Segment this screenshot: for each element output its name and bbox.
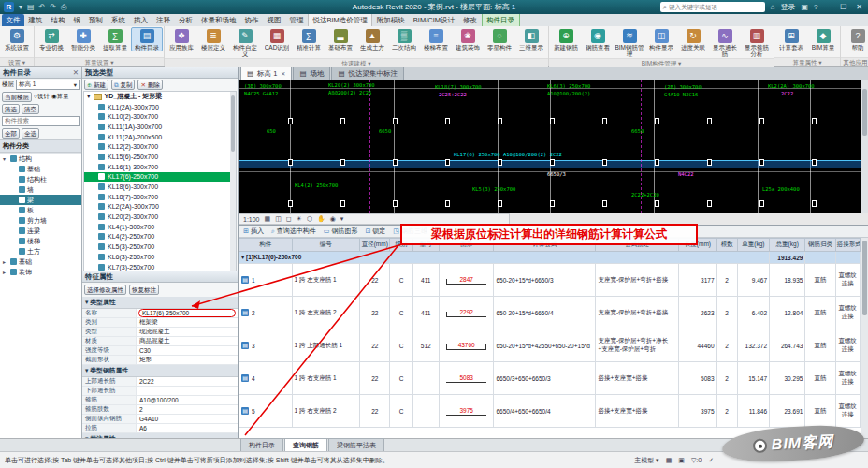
docked-tab-构件目录[interactable]: 构件目录 [240, 438, 283, 451]
tree-expand-icon[interactable]: ▸ [3, 269, 8, 275]
ribbon-tab-钢[interactable]: 钢 [69, 14, 85, 26]
apps-store-icon[interactable]: ▣ [801, 3, 808, 11]
property-section-类型钢筋属性[interactable]: ▾ 类型钢筋属性 [82, 365, 238, 377]
undo-icon[interactable]: ↶ [39, 3, 46, 11]
ribbon-tab-结构[interactable]: 结构 [47, 14, 69, 26]
view-tab-场地[interactable]: ▤场地 [293, 66, 330, 80]
table-row[interactable]: ▤11 跨 左支座筋 122C4112847650-20+15*d+6650/3… [239, 264, 861, 297]
table-row[interactable]: ▤51 跨 右支座筋 222C39756650/4+650+6650/4搭接+支… [239, 395, 861, 428]
ribbon-tool-钢筋查看[interactable]: ◉钢筋查看 [582, 27, 614, 51]
tree-item-结构[interactable]: ▾结构 [0, 154, 81, 164]
menu-arrow-icon[interactable]: ▾ [19, 3, 22, 11]
ribbon-tab-悦达BIM造价管理[interactable]: 悦达BIM造价管理 [308, 13, 372, 26]
ribbon-tab-修改[interactable]: 修改 [459, 14, 482, 26]
type-item-KL18(6)-300x700[interactable]: KL18(6)-300x700 [84, 182, 236, 192]
type-item-KL2(2A)-300x700[interactable]: KL2(2A)-300x700 [84, 202, 236, 212]
ribbon-tool-显示通长筋[interactable]: ∿显示通长筋 [709, 27, 741, 58]
group-row-label[interactable]: ▾ [1]KL17(6)-250x700 [239, 252, 770, 264]
view-control-icon[interactable]: ◻ [286, 215, 292, 223]
tree-item-基础[interactable]: ▸基础 [0, 256, 81, 267]
help-icon[interactable]: ? [814, 3, 817, 11]
table-row[interactable]: ▤21 跨 左支座筋 222C4112292650-20+15*d+6650/4… [239, 297, 861, 329]
ribbon-tab-BIM/CIM设计[interactable]: BIM/CIM设计 [409, 14, 458, 26]
type-item-KL10(2)-300x700[interactable]: KL10(2)-300x700 [84, 111, 236, 122]
ribbon-tab-管理[interactable]: 管理 [285, 14, 308, 26]
view-control-icon[interactable]: ▦ [265, 215, 271, 223]
tree-item-连梁[interactable]: 连梁 [0, 226, 81, 236]
design-radio[interactable]: ○设计 [34, 93, 50, 101]
ribbon-tab-分析[interactable]: 分析 [175, 14, 197, 26]
view-control-icon[interactable]: ☀ [297, 215, 302, 223]
signin-link[interactable]: 登录 [780, 2, 795, 12]
maximize-button[interactable]: ☐ [838, 3, 848, 11]
view-control-icon[interactable]: ⬡ [307, 215, 312, 223]
print-icon[interactable]: ⎙ [61, 3, 66, 12]
type-item-KL15(6)-250x700[interactable]: KL15(6)-250x700 [84, 152, 236, 162]
type-item-KL7(3)-250x700[interactable]: KL7(3)-250x700 [84, 262, 236, 271]
panel-close-icon[interactable]: ✕ [73, 68, 79, 77]
type-item-KL12(2)-300x700[interactable]: KL12(2)-300x700 [84, 141, 236, 152]
help-search-box[interactable]: ⌕ [660, 2, 765, 12]
column-header-钢筋归类[interactable]: 钢筋归类 [805, 239, 835, 252]
property-value-类型[interactable]: 现浇混凝土 [137, 328, 238, 336]
property-value-名称[interactable]: KL17(6)-250x700 [138, 309, 236, 317]
quantity-radio[interactable]: ◉算量 [51, 93, 69, 101]
ribbon-tool-提取算量[interactable]: ∑提取算量 [99, 27, 131, 51]
group-row[interactable]: ▾ [1]KL17(6)-250x7001913.429 [239, 252, 861, 264]
type-item-KL4(2)-250x700[interactable]: KL4(2)-250x700 [84, 232, 236, 242]
ribbon-tab-构件目录[interactable]: 构件目录 [482, 13, 520, 26]
type-item-KL1(2A)-300x700[interactable]: KL1(2A)-300x700 [84, 102, 236, 112]
docked-tab-梁钢筋平法表[interactable]: 梁钢筋平法表 [328, 438, 384, 451]
type-list-scrollbar[interactable] [230, 92, 236, 271]
ribbon-tool-建筑装饰[interactable]: ❀建筑装饰 [452, 27, 484, 51]
ribbon-tool-CAD识别[interactable]: ▦CAD识别 [261, 27, 293, 51]
ribbon-tab-预制[interactable]: 预制 [85, 14, 108, 26]
ribbon-tool-楼层定义[interactable]: ≣楼层定义 [197, 27, 229, 51]
view-tab-悦达梁集中标注[interactable]: ▤悦达梁集中标注 [331, 66, 404, 80]
type-item-KL5(3)-250x700[interactable]: KL5(3)-250x700 [84, 241, 236, 252]
property-value-箍筋[interactable]: A10@100/200 [137, 397, 238, 403]
ribbon-group-label[interactable]: 算量属性 ▾ [774, 57, 840, 66]
tree-item-梁[interactable]: 梁 [0, 195, 81, 205]
column-header-直径(mm)[interactable]: 直径(mm) [360, 239, 390, 252]
tree-item-楼梯[interactable]: 楼梯 [0, 236, 81, 246]
modify-properties-button[interactable]: 选择修改属性 [84, 285, 126, 295]
all-button[interactable]: 全部 [2, 128, 20, 139]
ribbon-tool-应用族库[interactable]: ❖应用族库 [166, 27, 197, 51]
property-value-拉筋[interactable]: A6 [137, 425, 238, 431]
view-control-icon[interactable]: ▾ [340, 215, 344, 223]
ribbon-tool-零星构件[interactable]: ◌零星构件 [484, 27, 515, 51]
ribbon-tab-系统[interactable]: 系统 [108, 14, 130, 26]
save-icon[interactable]: ▤ [27, 3, 35, 11]
property-value-上部通长筋[interactable]: 2C22 [137, 378, 238, 385]
ribbon-tool-生成土方[interactable]: ▲生成土方 [356, 27, 388, 51]
minimize-button[interactable]: ─ [823, 3, 832, 11]
column-header-根数[interactable]: 根数 [716, 239, 737, 252]
tree-expand-icon[interactable]: ▸ [3, 258, 8, 265]
type-item-KL11(2A)-200x500[interactable]: KL11(2A)-200x500 [84, 132, 236, 142]
type-item-KL6(3)-250x700[interactable]: KL6(3)-250x700 [84, 252, 236, 262]
column-header-构件[interactable]: 构件 [239, 239, 293, 252]
search-input[interactable] [669, 4, 755, 10]
ribbon-tool-楼梯布置[interactable]: ≡楼梯布置 [420, 27, 452, 51]
view-tab-close-icon[interactable]: ✕ [281, 70, 285, 77]
column-header-编号[interactable]: 编号 [292, 239, 360, 252]
tree-item-基础[interactable]: 基础 [0, 164, 81, 174]
status-icon[interactable]: 主模型 ▾ [634, 456, 658, 465]
tree-item-剪力墙[interactable]: 剪力墙 [0, 215, 81, 226]
ribbon-tool-精准计算[interactable]: ∑精准计算 [293, 27, 325, 51]
ribbon-group-label[interactable]: BIM构件管理 ▾ [549, 58, 774, 67]
query-toolbar-钢筋图形[interactable]: ▭钢筋图形 [324, 227, 358, 236]
ribbon-tab-视图[interactable]: 视图 [263, 14, 285, 26]
tree-item-板[interactable]: 板 [0, 205, 81, 215]
property-value-箍筋肢数[interactable]: 2 [137, 406, 238, 413]
query-toolbar-锁定[interactable]: ⊡锁定 [365, 227, 385, 236]
ribbon-tool-系统设置[interactable]: ⚙系统设置 [1, 27, 33, 51]
ribbon-tab-体量和场地[interactable]: 体量和场地 [197, 14, 241, 26]
drawing-canvas[interactable]: (3B) 300x700N4C25 G4A12KL20(2) 300x700A8… [239, 80, 861, 213]
status-icon[interactable]: ▣ [678, 457, 685, 464]
ribbon-tool-三维显示[interactable]: ◧三维显示 [515, 27, 547, 51]
copy-type-button[interactable]: ⧉ 复制 [111, 80, 135, 90]
column-header-单重(kg)[interactable]: 单重(kg) [737, 239, 769, 252]
redo-icon[interactable]: ↷ [50, 3, 56, 11]
